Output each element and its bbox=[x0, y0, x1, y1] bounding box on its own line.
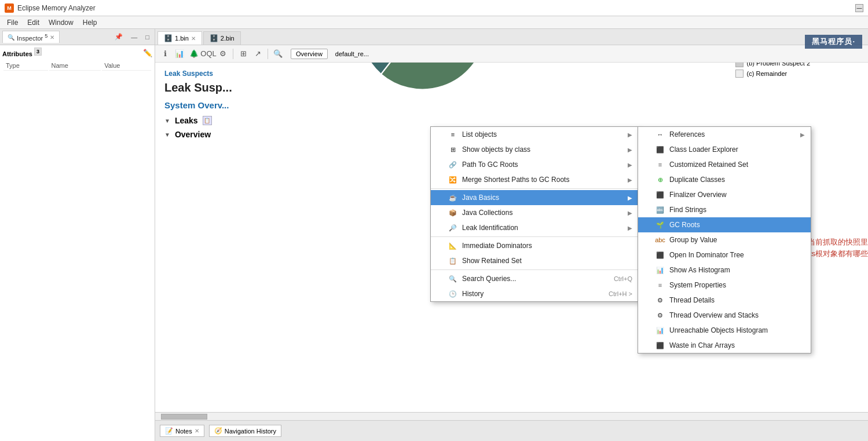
tab-1bin-close[interactable]: ✕ bbox=[191, 35, 196, 42]
leak-ident-arrow: ▶ bbox=[628, 225, 632, 231]
inspector-tab-label: Inspector 5 bbox=[17, 33, 47, 42]
watermark: 黑马程序员· bbox=[805, 35, 862, 49]
ctx-gc-roots[interactable]: 🌱 GC Roots bbox=[638, 217, 811, 232]
references-label: References bbox=[669, 130, 796, 139]
sys-props-icon: ≡ bbox=[655, 280, 665, 290]
leak-ident-label: Leak Identification bbox=[462, 224, 623, 232]
ctx-finalizer-overview[interactable]: ⬛ Finalizer Overview bbox=[638, 187, 811, 202]
pie-chart bbox=[329, 63, 514, 92]
references-icon: ↔ bbox=[655, 130, 665, 139]
ctx-find-strings[interactable]: 🔤 Find Strings bbox=[638, 202, 811, 217]
list-objects-label: List objects bbox=[462, 130, 623, 139]
attributes-table: Type Name Value bbox=[2, 60, 152, 72]
info-tool[interactable]: ℹ bbox=[159, 48, 171, 60]
window-controls: — bbox=[855, 4, 863, 12]
ctx-immediate-dominators[interactable]: 📐 Immediate Dominators bbox=[431, 238, 638, 253]
retained-icon: 📋 bbox=[448, 256, 457, 265]
histogram-tool[interactable]: 📊 bbox=[173, 48, 186, 60]
inspector-tab[interactable]: 🔍 Inspector 5 ✕ bbox=[2, 31, 60, 43]
cust-retained-label: Customized Retained Set bbox=[669, 161, 805, 169]
inspector-close-icon[interactable]: ✕ bbox=[50, 34, 54, 41]
horizontal-scrollbar[interactable] bbox=[155, 412, 868, 420]
legend-label-rem: (c) Remainder bbox=[747, 70, 788, 77]
finalizer-label: Finalizer Overview bbox=[669, 191, 805, 199]
ctx-unreachable-histogram[interactable]: 📊 Unreachable Objects Histogram bbox=[638, 323, 811, 338]
heap-tool[interactable]: ⚙ bbox=[217, 48, 229, 60]
sub-tab-default[interactable]: default_re... bbox=[330, 49, 374, 59]
maximize-panel-button[interactable]: □ bbox=[142, 32, 152, 42]
menu-edit[interactable]: Edit bbox=[23, 17, 44, 28]
ctx-system-properties[interactable]: ≡ System Properties bbox=[638, 278, 811, 293]
ctx-search-queries[interactable]: 🔍 Search Queries... Ctrl+Q bbox=[431, 271, 638, 286]
ctx-class-loader[interactable]: ⬛ Class Loader Explorer bbox=[638, 142, 811, 157]
layout-tool[interactable]: ⊞ bbox=[237, 48, 250, 60]
ctx-customized-retained[interactable]: ≡ Customized Retained Set bbox=[638, 157, 811, 172]
list-objects-arrow: ▶ bbox=[628, 132, 632, 138]
unreachable-icon: 📊 bbox=[655, 326, 665, 335]
java-coll-label: Java Collections bbox=[462, 209, 623, 217]
ctx-open-dominator-tree[interactable]: ⬛ Open In Dominator Tree bbox=[638, 247, 811, 263]
find-strings-label: Find Strings bbox=[669, 206, 805, 214]
tab-1bin[interactable]: 🗄️ 1.bin ✕ bbox=[158, 31, 202, 45]
ctx-merge-shortest[interactable]: 🔀 Merge Shortest Paths to GC Roots ▶ bbox=[431, 172, 638, 187]
overview-expand-arrow[interactable]: ▼ bbox=[164, 132, 170, 138]
nav-history-tab[interactable]: 🧭 Navigation History bbox=[209, 425, 281, 437]
menu-bar: File Edit Window Help bbox=[0, 16, 868, 29]
ctx-group-by-value[interactable]: abc Group by Value bbox=[638, 232, 811, 247]
merge-icon: 🔀 bbox=[448, 175, 457, 184]
thread-overview-label: Thread Overview and Stacks bbox=[669, 311, 805, 319]
search-tool[interactable]: 🔍 bbox=[272, 48, 284, 60]
notes-close[interactable]: ✕ bbox=[195, 428, 199, 434]
ctx-show-retained-set[interactable]: 📋 Show Retained Set bbox=[431, 253, 638, 268]
ctx-list-objects[interactable]: ≡ List objects ▶ bbox=[431, 127, 638, 142]
leaks-expand-arrow[interactable]: ▼ bbox=[164, 118, 170, 124]
menu-window[interactable]: Window bbox=[44, 17, 78, 28]
ctx-leak-identification[interactable]: 🔎 Leak Identification ▶ bbox=[431, 220, 638, 235]
pin-button[interactable]: 📌 bbox=[112, 31, 126, 42]
ctx-history[interactable]: 🕒 History Ctrl+H > bbox=[431, 286, 638, 301]
cust-retained-icon: ≡ bbox=[655, 160, 665, 169]
bottom-panel: 📝 Notes ✕ 🧭 Navigation History bbox=[155, 420, 868, 441]
dom-tree-icon: ⬛ bbox=[655, 250, 665, 260]
edit-icon[interactable]: ✏️ bbox=[143, 49, 152, 57]
java-coll-icon: 📦 bbox=[448, 208, 457, 217]
sub-tab-overview[interactable]: Overview bbox=[291, 49, 328, 59]
ctx-java-collections[interactable]: 📦 Java Collections ▶ bbox=[431, 205, 638, 220]
legend-label-ps2: (b) Problem Suspect 2 bbox=[747, 63, 810, 67]
gc-roots-label: GC Roots bbox=[669, 221, 805, 229]
ctx-sep-3 bbox=[431, 269, 638, 270]
oql-tool[interactable]: OQL bbox=[202, 48, 215, 60]
ctx-sep-2 bbox=[431, 236, 638, 237]
menu-file[interactable]: File bbox=[2, 17, 23, 28]
java-basics-label: Java Basics bbox=[462, 194, 623, 202]
menu-help[interactable]: Help bbox=[78, 17, 102, 28]
show-objects-label: Show objects by class bbox=[462, 145, 623, 154]
nav-history-label: Navigation History bbox=[225, 428, 276, 435]
notes-tab[interactable]: 📝 Notes ✕ bbox=[160, 425, 204, 437]
thread-details-label: Thread Details bbox=[669, 296, 805, 304]
list-objects-icon: ≡ bbox=[448, 130, 457, 139]
tab-2bin-label: 2.bin bbox=[221, 35, 235, 42]
dominator-tool[interactable]: 🌲 bbox=[188, 48, 200, 60]
col-type: Type bbox=[3, 61, 48, 71]
ctx-show-histogram[interactable]: 📊 Show As Histogram bbox=[638, 263, 811, 278]
class-loader-icon: ⬛ bbox=[655, 145, 665, 154]
tab-2bin[interactable]: 🗄️ 2.bin bbox=[203, 31, 241, 45]
ctx-waste-char-arrays[interactable]: ⬛ Waste in Char Arrays bbox=[638, 338, 811, 353]
ctx-thread-overview[interactable]: ⚙ Thread Overview and Stacks bbox=[638, 308, 811, 323]
ctx-duplicate-classes[interactable]: ⊕ Duplicate Classes bbox=[638, 172, 811, 187]
inspector-content: Attributes 3 ✏️ Type Name Value bbox=[0, 45, 155, 441]
export-tool[interactable]: ↗ bbox=[251, 48, 264, 60]
ctx-thread-details[interactable]: ⚙ Thread Details bbox=[638, 293, 811, 308]
ctx-java-basics[interactable]: ☕ Java Basics ▶ bbox=[431, 190, 638, 205]
tab-1bin-label: 1.bin bbox=[175, 35, 189, 42]
ctx-path-to-gc[interactable]: 🔗 Path To GC Roots ▶ bbox=[431, 157, 638, 172]
minimize-button[interactable]: — bbox=[855, 4, 863, 12]
minimize-panel-button[interactable]: — bbox=[128, 32, 140, 42]
ctx-show-objects-by-class[interactable]: ⊞ Show objects by class ▶ bbox=[431, 142, 638, 157]
scrollbar-thumb[interactable] bbox=[161, 414, 207, 420]
finalizer-icon: ⬛ bbox=[655, 190, 665, 199]
gc-roots-icon: 🌱 bbox=[655, 220, 665, 229]
ctx-references[interactable]: ↔ References ▶ bbox=[638, 127, 811, 142]
unreachable-label: Unreachable Objects Histogram bbox=[669, 326, 805, 334]
